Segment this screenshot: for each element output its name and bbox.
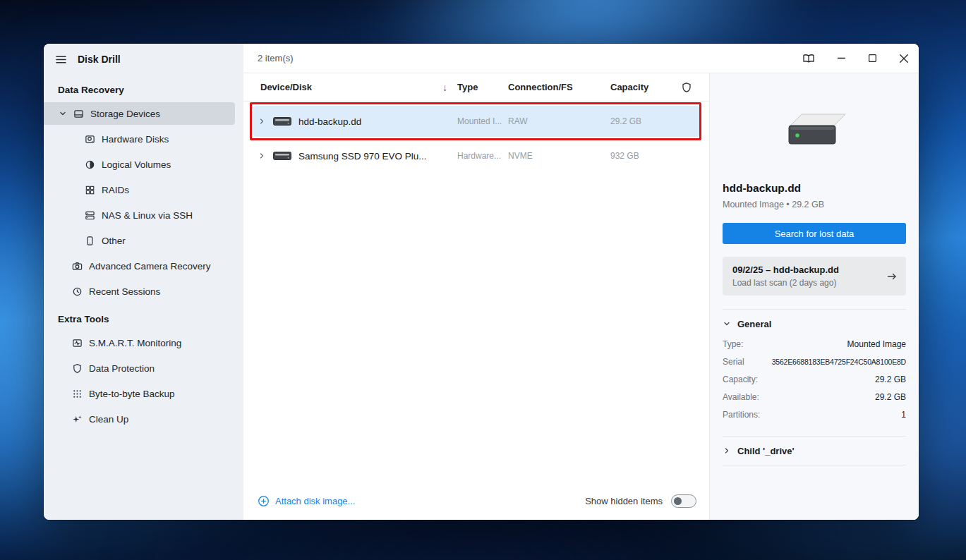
disk-drill-window: Disk Drill Data Recovery Storage Devices…: [44, 44, 919, 520]
nas-server-icon: [85, 210, 95, 221]
section-header-extra-tools: Extra Tools: [58, 314, 229, 324]
sidebar-item-storage-devices[interactable]: Storage Devices: [44, 102, 235, 125]
device-name: hdd-backup.dd: [298, 116, 457, 127]
device-type: Mounted I...: [457, 116, 508, 126]
hardware-disk-icon: [85, 134, 95, 145]
device-capacity: 29.2 GB: [610, 116, 674, 126]
sidebar-item-nas-linux-ssh[interactable]: NAS & Linux via SSH: [44, 202, 243, 228]
shield-column-icon[interactable]: [681, 82, 692, 93]
search-for-lost-data-button[interactable]: Search for lost data: [723, 223, 906, 244]
sidebar-item-label: Data Protection: [89, 363, 155, 374]
drive-icon: [270, 151, 291, 161]
property-row-available: Available: 29.2 GB: [723, 392, 906, 410]
other-device-icon: [85, 236, 95, 246]
sidebar-item-label: NAS & Linux via SSH: [102, 210, 193, 221]
sidebar-item-smart-monitoring[interactable]: S.M.A.R.T. Monitoring: [44, 330, 243, 355]
last-scan-title: 09/2/25 – hdd-backup.dd: [732, 264, 879, 275]
column-header-type[interactable]: Type: [457, 82, 508, 92]
sidebar-item-recent-sessions[interactable]: Recent Sessions: [44, 279, 243, 304]
items-count: 2 item(s): [258, 53, 294, 63]
device-connection: NVME: [508, 151, 610, 161]
camera-icon: [72, 261, 83, 272]
sidebar-item-data-protection[interactable]: Data Protection: [44, 355, 243, 381]
maximize-icon[interactable]: [868, 54, 877, 63]
sidebar-item-advanced-camera-recovery[interactable]: Advanced Camera Recovery: [44, 253, 243, 279]
show-hidden-label: Show hidden items: [585, 496, 663, 506]
section-header-data-recovery: Data Recovery: [58, 85, 229, 95]
arrow-right-icon: [886, 271, 898, 282]
toggle-knob: [674, 497, 682, 505]
chevron-down-icon[interactable]: [59, 109, 67, 118]
content-area: Device/Disk ↓ Type Connection/FS Capacit…: [243, 73, 919, 520]
table-footer: Attach disk image... Show hidden items: [243, 482, 709, 520]
device-row-hdd-backup[interactable]: hdd-backup.dd Mounted I... RAW 29.2 GB: [253, 106, 699, 137]
recent-sessions-icon: [72, 286, 83, 297]
property-row-serial: Serial 3562E6688183EB4725F24C50A8100E8D: [723, 357, 906, 375]
device-connection: RAW: [508, 116, 610, 126]
topbar: 2 item(s): [243, 44, 919, 73]
sidebar-item-other[interactable]: Other: [44, 228, 243, 253]
table-header-row: Device/Disk ↓ Type Connection/FS Capacit…: [243, 73, 709, 102]
sparkles-icon: [72, 414, 83, 425]
chevron-right-icon[interactable]: [723, 446, 731, 455]
hamburger-menu-icon[interactable]: [55, 54, 67, 66]
last-scan-card[interactable]: 09/2/25 – hdd-backup.dd Load last scan (…: [723, 257, 906, 296]
table-body: hdd-backup.dd Mounted I... RAW 29.2 GB: [243, 102, 709, 482]
desktop-wallpaper: Disk Drill Data Recovery Storage Devices…: [0, 0, 966, 560]
device-table: Device/Disk ↓ Type Connection/FS Capacit…: [243, 73, 709, 520]
property-row-capacity: Capacity: 29.2 GB: [723, 375, 906, 392]
sidebar-header: Disk Drill: [44, 44, 243, 75]
book-icon[interactable]: [802, 53, 815, 64]
child-drive-section-header[interactable]: Child '_drive': [723, 437, 906, 465]
device-name: Samsung SSD 970 EVO Plu...: [298, 151, 457, 162]
storage-devices-icon: [73, 109, 84, 119]
device-row-samsung-ssd[interactable]: Samsung SSD 970 EVO Plu... Hardware... N…: [253, 140, 699, 171]
details-panel: hdd-backup.dd Mounted Image • 29.2 GB Se…: [709, 73, 919, 520]
sidebar-item-label: Logical Volumes: [102, 159, 171, 170]
main-column: 2 item(s): [243, 44, 919, 520]
selected-device-title: hdd-backup.dd: [723, 182, 906, 195]
show-hidden-group: Show hidden items: [585, 494, 696, 508]
column-header-connection-fs[interactable]: Connection/FS: [508, 82, 610, 92]
sidebar-item-logical-volumes[interactable]: Logical Volumes: [44, 152, 243, 177]
column-header-device-disk[interactable]: Device/Disk ↓: [253, 82, 457, 93]
sidebar-item-label: Hardware Disks: [102, 134, 169, 145]
shield-icon: [72, 363, 83, 374]
sidebar-item-raids[interactable]: RAIDs: [44, 177, 243, 202]
general-section-header[interactable]: General: [723, 310, 906, 338]
properties-list: Type: Mounted Image Serial 3562E6688183E…: [723, 339, 906, 427]
sidebar-item-label: Advanced Camera Recovery: [89, 261, 211, 272]
sidebar-item-clean-up[interactable]: Clean Up: [44, 406, 243, 432]
sidebar: Disk Drill Data Recovery Storage Devices…: [44, 44, 243, 520]
sidebar-item-label: RAIDs: [102, 185, 129, 195]
sidebar-item-label: Recent Sessions: [89, 286, 160, 297]
sidebar-item-hardware-disks[interactable]: Hardware Disks: [44, 126, 243, 152]
selected-device-subtitle: Mounted Image • 29.2 GB: [723, 200, 906, 209]
raids-icon: [85, 185, 95, 195]
device-capacity: 932 GB: [610, 151, 674, 161]
sort-descending-icon[interactable]: ↓: [442, 82, 447, 93]
expand-chevron-icon[interactable]: [258, 117, 266, 126]
sidebar-item-label: Storage Devices: [90, 109, 160, 119]
property-row-type: Type: Mounted Image: [723, 339, 906, 357]
sidebar-item-label: Clean Up: [89, 414, 128, 425]
sidebar-item-byte-to-byte-backup[interactable]: Byte-to-byte Backup: [44, 381, 243, 406]
plus-circle-icon: [258, 495, 270, 507]
smart-monitoring-icon: [72, 338, 83, 348]
attach-disk-image-button[interactable]: Attach disk image...: [258, 495, 355, 507]
last-scan-subtitle: Load last scan (2 days ago): [732, 278, 879, 288]
logical-volumes-icon: [85, 159, 95, 170]
window-controls: [802, 53, 909, 64]
divider: [723, 465, 906, 465]
device-type: Hardware...: [457, 151, 508, 161]
byte-backup-icon: [72, 389, 83, 399]
close-icon[interactable]: [899, 54, 909, 63]
property-row-partitions: Partitions: 1: [723, 410, 906, 427]
show-hidden-toggle[interactable]: [671, 494, 696, 508]
minimize-icon[interactable]: [837, 54, 846, 63]
drive-illustration: [780, 110, 848, 152]
drive-icon: [270, 116, 291, 126]
expand-chevron-icon[interactable]: [258, 152, 266, 160]
chevron-down-icon[interactable]: [723, 319, 731, 328]
column-header-capacity[interactable]: Capacity: [610, 82, 674, 92]
